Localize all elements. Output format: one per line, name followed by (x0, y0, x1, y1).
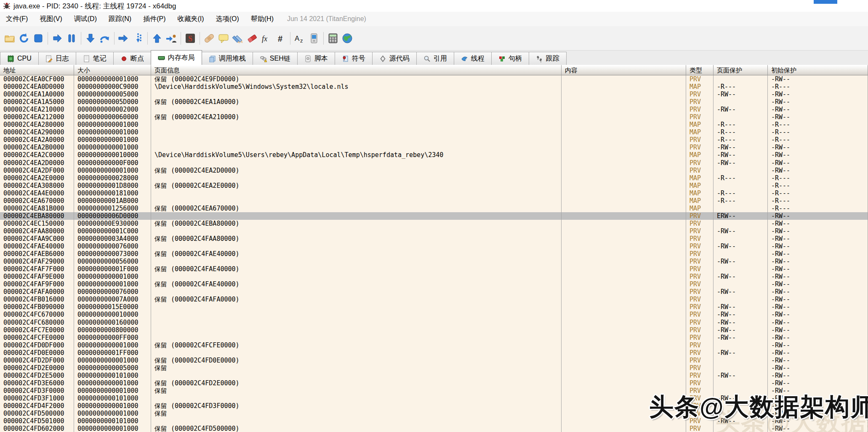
memory-row[interactable]: 000002C4FAEB60000000000000073000保留 (0000… (0, 250, 868, 258)
memory-row[interactable]: 000002C4FD6020000000000000001000保留 (0000… (0, 425, 868, 432)
step-over-icon[interactable] (98, 31, 112, 45)
memory-row[interactable]: 000002C4FB016000000000000007A000保留 (0000… (0, 296, 868, 303)
column-header-6[interactable]: 初始保护 (768, 65, 868, 75)
memory-row[interactable]: 000002C4FD3F00000000000000001000保留PRV-RW… (0, 387, 868, 395)
tab-trace-tab[interactable]: 跟踪 (529, 52, 567, 65)
memory-row[interactable]: 000002C4FC6700000000000000010000PRV-RW--… (0, 311, 868, 318)
scylla-icon[interactable]: S (183, 31, 197, 45)
hash-icon[interactable]: # (274, 31, 288, 45)
cell-size: 0000000000160000 (74, 319, 151, 326)
column-header-0[interactable]: 地址 (0, 65, 74, 75)
tab-handles[interactable]: 句柄 (491, 52, 529, 65)
cell-type: MAP (686, 121, 714, 128)
run-to-user-icon[interactable] (164, 31, 178, 45)
column-header-5[interactable]: 页面保护 (714, 65, 768, 75)
column-header-3[interactable]: 内容 (562, 65, 686, 75)
animate-into-icon[interactable] (131, 31, 145, 45)
open-folder-icon[interactable] (3, 31, 17, 45)
tab-cpu[interactable]: CPU (0, 52, 39, 65)
memory-row[interactable]: 000002C4FD0DF0000000000000001000保留 (0000… (0, 341, 868, 349)
menu-view[interactable]: 视图(V) (34, 12, 68, 26)
memory-row[interactable]: 000002C4EA2D0000000000000000F000PRV-RW--… (0, 159, 868, 167)
run-icon[interactable] (50, 31, 64, 45)
memory-row[interactable]: 000002C4EBA8000000000000006D0000PRVERW--… (0, 212, 868, 220)
memory-row[interactable]: 000002C4FC6800000000000000160000PRV-RW--… (0, 319, 868, 326)
memory-row[interactable]: 000002C4FCFE000000000000000FF000PRV-RW--… (0, 334, 868, 341)
memory-row[interactable]: 000002C4EA2DF0000000000000001000保留 (0000… (0, 167, 868, 174)
tab-source[interactable]: 源代码 (372, 52, 417, 65)
memory-row[interactable]: 000002C4EA1A00000000000000005000PRV-RW--… (0, 91, 868, 98)
stop-icon[interactable] (31, 31, 45, 45)
memory-row[interactable]: 000002C4FD2E00000000000000005000保留PRV-RW… (0, 364, 868, 372)
menu-file[interactable]: 文件(F) (0, 12, 34, 26)
memory-row[interactable]: 000002C4EA81B0000000000001256000保留 (0000… (0, 205, 868, 212)
memory-row[interactable]: 000002C4FB09000000000000015E0000PRV-RW--… (0, 303, 868, 311)
eraser-icon[interactable] (245, 31, 259, 45)
tab-log[interactable]: 日志 (38, 52, 76, 65)
memory-row[interactable]: 000002C4EA2C00000000000000010000\Device\… (0, 151, 868, 159)
comment-icon[interactable] (216, 31, 231, 45)
memory-row[interactable]: 000002C4FD2DF0000000000000001000保留 (0000… (0, 357, 868, 364)
column-header-2[interactable]: 页面信息 (151, 65, 562, 75)
menu-help[interactable]: 帮助(H) (245, 12, 280, 26)
tab-threads[interactable]: 线程 (454, 52, 492, 65)
strings-icon[interactable]: Az (293, 31, 307, 45)
calculator-icon[interactable] (326, 31, 340, 45)
memory-row[interactable]: 000002C4EA2E00000000000000028000MAP-R---… (0, 174, 868, 182)
tab-memory-map[interactable]: 内存布局 (151, 50, 202, 65)
label-icon[interactable] (231, 31, 245, 45)
patch-icon[interactable] (202, 31, 216, 45)
memory-row[interactable]: 000002C4FD4F20000000000000001000保留 (0000… (0, 402, 868, 410)
memory-row[interactable]: 000002C4FAFA00000000000000076000PRV-RW--… (0, 288, 868, 296)
tab-seh-chain[interactable]: SEH链 (253, 52, 298, 65)
memory-row[interactable]: 000002C4FAF9F0000000000000001000保留 (0000… (0, 280, 868, 288)
memory-row[interactable]: 000002C4FAA80000000000000001C000PRV-RW--… (0, 227, 868, 235)
memory-row[interactable]: 000002C4FAA9C00000000000003A4000保留 (0000… (0, 235, 868, 243)
menu-options[interactable]: 选项(O) (210, 12, 245, 26)
column-header-4[interactable]: 类型 (686, 65, 714, 75)
memory-row[interactable]: 000002C4EA2100000000000000002000PRV-RW--… (0, 106, 868, 113)
run-to-icon[interactable] (117, 31, 131, 45)
menu-favourites[interactable]: 收藏夹(I) (172, 12, 210, 26)
memory-row[interactable]: 000002C4FAF290000000000000056000PRV-RW--… (0, 258, 868, 265)
tab-call-stack[interactable]: 调用堆栈 (202, 52, 253, 65)
step-out-icon[interactable] (150, 31, 164, 45)
memory-row[interactable]: 000002C4EA0CF0000000000000001000保留 (0000… (0, 75, 868, 83)
globe-icon[interactable] (340, 31, 354, 45)
tab-breakpoints[interactable]: 断点 (113, 52, 151, 65)
tab-references[interactable]: 引用 (416, 52, 454, 65)
memory-row[interactable]: 000002C4FD0E000000000000001FF000PRV-RW--… (0, 349, 868, 357)
pause-icon[interactable] (64, 31, 79, 45)
memory-row[interactable]: 000002C4EA2A00000000000000001000PRV-R---… (0, 136, 868, 144)
memory-row[interactable]: 000002C4FAE400000000000000076000PRV-RW--… (0, 243, 868, 250)
memory-row[interactable]: 000002C4FD2E50000000000000101000PRV-RW--… (0, 372, 868, 379)
memory-row[interactable]: 000002C4EA2120000000000000060000保留 (0000… (0, 113, 868, 121)
memory-row[interactable]: 000002C4EA30800000000000001D8000保留 (0000… (0, 182, 868, 189)
tab-notes[interactable]: 笔记 (76, 52, 114, 65)
memory-row[interactable]: 000002C4FD3F10000000000000101000PRV-RW--… (0, 395, 868, 402)
memory-row[interactable]: 000002C4FC7E00000000000000800000PRV-RW--… (0, 326, 868, 334)
tab-script[interactable]: 脚本 (297, 52, 335, 65)
device-icon[interactable] (307, 31, 321, 45)
memory-row[interactable]: 000002C4FAF7F000000000000001F000保留 (0000… (0, 265, 868, 273)
memory-row[interactable]: 000002C4FAF9E0000000000000001000PRV-RW--… (0, 273, 868, 280)
fx-icon[interactable]: fx (259, 31, 274, 45)
step-into-icon[interactable] (83, 31, 98, 45)
restart-icon[interactable] (17, 31, 31, 45)
memory-row[interactable]: 000002C4FD5010000000000000101000PRV-RW--… (0, 417, 868, 425)
memory-row[interactable]: 000002C4FD5000000000000000001000保留PRV-RW… (0, 410, 868, 417)
memory-row[interactable]: 000002C4EA2800000000000000001000MAP-R---… (0, 121, 868, 128)
memory-row[interactable]: 000002C4EA4E00000000000000181000MAP-R---… (0, 189, 868, 197)
menu-trace[interactable]: 跟踪(N) (103, 12, 137, 26)
tab-symbols[interactable]: 符号 (335, 52, 373, 65)
memory-row[interactable]: 000002C4EA2900000000000000001000MAP-R---… (0, 128, 868, 136)
memory-row[interactable]: 000002C4EA1A5000000000000005D000保留 (0000… (0, 98, 868, 106)
menu-plugins[interactable]: 插件(P) (137, 12, 171, 26)
memory-row[interactable]: 000002C4EA67000000000000001AB000MAP-R---… (0, 197, 868, 205)
menu-debug[interactable]: 调试(D) (68, 12, 103, 26)
memory-row[interactable]: 000002C4FD3E60000000000000001000保留 (0000… (0, 379, 868, 387)
memory-row[interactable]: 000002C4EC150000000000000E930000保留 (0000… (0, 220, 868, 227)
memory-row[interactable]: 000002C4EA2B00000000000000001000PRV-RW--… (0, 144, 868, 151)
column-header-1[interactable]: 大小 (74, 65, 151, 75)
memory-row[interactable]: 000002C4EA0D000000000000000C9000\Device\… (0, 83, 868, 91)
